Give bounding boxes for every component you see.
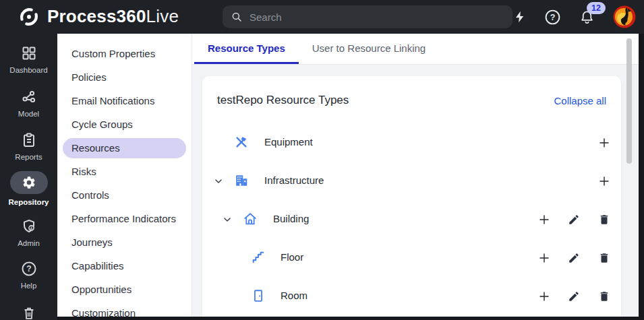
app-title: Process360Live xyxy=(47,6,179,27)
reports-clipboard-icon xyxy=(0,131,57,149)
add-resource-type-button[interactable] xyxy=(596,173,612,189)
chevron-down-icon[interactable] xyxy=(223,215,232,224)
admin-shield-icon xyxy=(0,218,57,235)
add-resource-type-button[interactable] xyxy=(536,288,552,305)
delete-button[interactable] xyxy=(596,288,612,305)
edit-button[interactable] xyxy=(566,250,582,266)
sidebar-item-repository[interactable]: Repository xyxy=(0,171,57,206)
submenu-item-journeys[interactable]: Journeys xyxy=(63,232,186,253)
submenu-item-risks[interactable]: Risks xyxy=(63,162,186,182)
delete-button[interactable] xyxy=(596,250,612,266)
sidebar-item-reports[interactable]: Reports xyxy=(0,131,57,161)
tree-row-building: Building xyxy=(202,206,621,233)
lightning-icon[interactable] xyxy=(514,9,526,24)
submenu-item-customization[interactable]: Customization xyxy=(63,303,186,320)
home-icon xyxy=(243,212,258,226)
help-circle-icon: ? xyxy=(0,260,57,278)
logo-atom-icon xyxy=(18,5,40,28)
main-content: Resource Types User to Resource Linking … xyxy=(192,34,639,317)
edit-button[interactable] xyxy=(566,288,582,305)
svg-text:?: ? xyxy=(26,264,31,274)
submenu-item-cycle-groups[interactable]: Cycle Groups xyxy=(63,115,186,135)
sidebar-item-dashboard[interactable]: Dashboard xyxy=(0,44,57,74)
door-icon xyxy=(251,288,266,303)
sidebar-item-admin[interactable]: Admin xyxy=(0,218,57,247)
resource-type-label: Building xyxy=(273,213,309,224)
svg-text:?: ? xyxy=(550,12,556,22)
dashboard-grid-icon xyxy=(0,44,57,62)
top-bar: Process360Live ? 12 xyxy=(0,0,644,34)
resource-type-label: Infrastructure xyxy=(264,174,324,186)
tab-resource-types[interactable]: Resource Types xyxy=(194,34,299,64)
sidebar-item-help[interactable]: ? Help xyxy=(0,260,57,290)
tab-strip: Resource Types User to Resource Linking xyxy=(192,34,639,65)
tab-user-to-resource-linking[interactable]: User to Resource Linking xyxy=(299,34,439,64)
tree-row-room: Room xyxy=(202,283,621,310)
stairs-icon xyxy=(251,250,266,265)
add-resource-type-button[interactable] xyxy=(536,250,552,266)
help-icon[interactable]: ? xyxy=(544,9,561,26)
active-pill xyxy=(10,171,48,194)
model-nodes-icon xyxy=(0,88,57,106)
submenu-item-email-notifications[interactable]: Email Notifications xyxy=(63,91,186,111)
resource-types-panel: testRepo Resource Types Collapse all Equ… xyxy=(202,76,621,317)
edit-button[interactable] xyxy=(566,212,582,228)
primary-sidebar: Dashboard Model Reports Repository xyxy=(0,34,57,320)
delete-button[interactable] xyxy=(596,212,612,228)
building-icon xyxy=(234,173,249,188)
sidebar-item-model[interactable]: Model xyxy=(0,88,57,118)
sidebar-item-trash[interactable] xyxy=(0,305,57,320)
tree-row-floor: Floor xyxy=(202,245,621,271)
scrollbar-thumb[interactable] xyxy=(626,38,632,164)
repository-submenu: Custom Properties Policies Email Notific… xyxy=(57,34,192,317)
add-resource-type-button[interactable] xyxy=(536,212,552,228)
resource-type-label: Equipment xyxy=(264,136,313,148)
tree-row-infrastructure: Infrastructure xyxy=(202,168,621,195)
submenu-item-opportunities[interactable]: Opportunities xyxy=(63,280,186,300)
submenu-item-controls[interactable]: Controls xyxy=(63,185,186,205)
gear-icon xyxy=(22,175,36,190)
panel-title: testRepo Resource Types xyxy=(217,94,349,107)
notification-badge: 12 xyxy=(587,2,606,14)
resource-type-label: Room xyxy=(281,290,308,301)
tools-icon xyxy=(234,135,249,150)
search-icon xyxy=(231,11,243,23)
add-resource-type-button[interactable] xyxy=(596,135,612,151)
submenu-item-capabilities[interactable]: Capabilities xyxy=(63,256,186,276)
tree-row-equipment: Equipment xyxy=(202,129,621,156)
trash-icon xyxy=(0,305,57,320)
search-bar[interactable] xyxy=(223,5,513,28)
avatar[interactable] xyxy=(613,5,636,28)
resource-type-label: Floor xyxy=(281,251,303,263)
submenu-item-policies[interactable]: Policies xyxy=(63,67,186,88)
submenu-item-resources[interactable]: Resources xyxy=(63,138,186,158)
submenu-item-performance-indicators[interactable]: Performance Indicators xyxy=(63,209,186,229)
chevron-down-icon[interactable] xyxy=(214,177,223,186)
collapse-all-link[interactable]: Collapse all xyxy=(554,95,606,106)
search-input[interactable] xyxy=(250,11,504,23)
submenu-item-custom-properties[interactable]: Custom Properties xyxy=(63,44,186,64)
bell-icon[interactable]: 12 xyxy=(579,9,595,26)
